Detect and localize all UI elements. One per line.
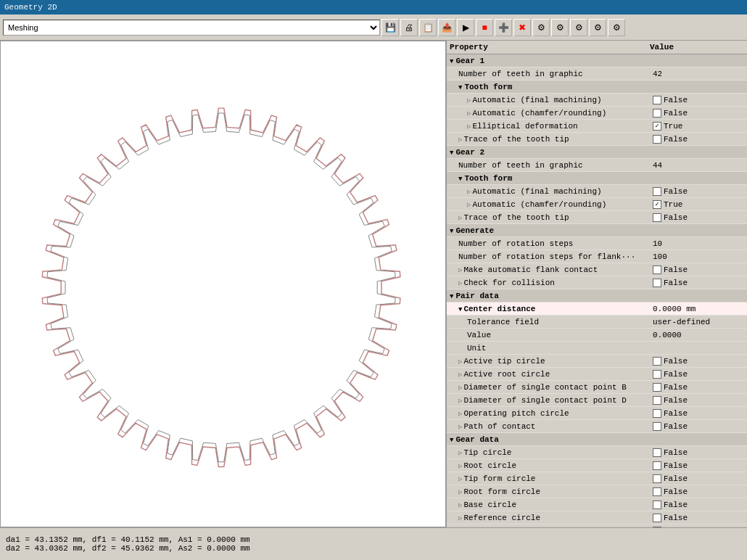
- expand-arrow: ▷: [458, 398, 462, 405]
- prop-value[interactable]: False: [653, 422, 747, 431]
- copy-button[interactable]: 📋: [419, 19, 437, 36]
- title-bar: Geometry 2D: [0, 0, 747, 15]
- status-line1: da1 = 43.1352 mm, df1 = 40.1152 mm, As1 …: [6, 535, 741, 544]
- prop-value[interactable]: False: [653, 383, 747, 392]
- prop-value[interactable]: False: [653, 461, 747, 470]
- checkbox-icon[interactable]: [653, 187, 661, 196]
- prop-row-diam_single_d: ▷Diameter of single contact point D Fals…: [447, 394, 747, 407]
- stop-button[interactable]: ■: [476, 19, 493, 36]
- run-button[interactable]: ▶: [457, 19, 474, 36]
- prop-row-gear1_auto_final: ▷Automatic (final machining) False: [447, 94, 747, 107]
- section-label: ▼Gear data: [447, 435, 653, 444]
- section-label: ▼Gear 1: [447, 57, 653, 65]
- checkbox-icon[interactable]: [653, 448, 661, 457]
- prop-label: ▷Automatic (chamfer/rounding): [447, 200, 653, 209]
- checkbox-icon[interactable]: [653, 213, 661, 222]
- prop-value[interactable]: False: [653, 474, 747, 483]
- tool5-button[interactable]: ⚙: [608, 19, 625, 36]
- prop-label: ▷Operating pitch circle: [447, 409, 653, 418]
- print-button[interactable]: 🖨: [400, 19, 418, 36]
- prop-value: 100: [653, 252, 747, 261]
- inner-gear-path: [47, 113, 395, 462]
- prop-label: ▷Root circle: [447, 461, 653, 470]
- checkbox-icon[interactable]: ✓: [653, 122, 661, 131]
- prop-row-tolerance: Tolerance fielduser-defined: [447, 316, 747, 329]
- checkbox-icon[interactable]: [653, 461, 661, 470]
- value-col-header: Value: [650, 43, 744, 52]
- prop-value[interactable]: False: [653, 265, 747, 274]
- checkbox-icon[interactable]: [653, 487, 661, 496]
- prop-value: 0.0000: [653, 331, 747, 339]
- prop-label: ▷Tip circle: [447, 448, 653, 457]
- prop-value[interactable]: False: [653, 96, 747, 104]
- prop-row-gear2_auto_final: ▷Automatic (final machining) False: [447, 185, 747, 198]
- prop-value: 10: [653, 239, 747, 248]
- prop-row-gear1_auto_chamfer: ▷Automatic (chamfer/rounding) False: [447, 107, 747, 120]
- checkbox-icon[interactable]: [653, 357, 661, 366]
- prop-value[interactable]: False: [653, 487, 747, 496]
- export-button[interactable]: 📤: [438, 19, 455, 36]
- prop-row-collision: ▷Check for collision False: [447, 276, 747, 289]
- checkbox-icon[interactable]: [653, 474, 661, 483]
- checkbox-icon[interactable]: [653, 279, 661, 287]
- tool3-button[interactable]: ⚙: [570, 19, 587, 36]
- prop-value: 44: [653, 161, 747, 170]
- prop-value[interactable]: ✓ True: [653, 200, 747, 209]
- prop-value[interactable]: ✓ True: [653, 527, 747, 528]
- prop-value[interactable]: False: [653, 109, 747, 118]
- checkbox-icon[interactable]: [653, 265, 661, 274]
- section-arrow: ▼: [450, 149, 453, 157]
- checkbox-icon[interactable]: [653, 422, 661, 431]
- prop-row-gear2_trace: ▷Trace of the tooth tip False: [447, 211, 747, 224]
- checkbox-icon[interactable]: [653, 370, 661, 379]
- expand-arrow: ▷: [458, 267, 462, 274]
- prop-value[interactable]: False: [653, 396, 747, 405]
- checkbox-icon[interactable]: [653, 396, 661, 405]
- save-button[interactable]: 💾: [381, 19, 399, 36]
- checkbox-icon[interactable]: [653, 109, 661, 118]
- checkbox-icon[interactable]: ✓: [653, 200, 661, 209]
- prop-value[interactable]: False: [653, 409, 747, 418]
- checkbox-icon[interactable]: ✓: [653, 527, 661, 528]
- checkbox-icon[interactable]: [653, 383, 661, 392]
- prop-value: user-defined: [653, 318, 747, 326]
- prop-row-inner_outer: Inner/outer diameter ✓ True: [447, 524, 747, 527]
- prop-value[interactable]: False: [653, 135, 747, 144]
- expand-arrow: ▷: [467, 123, 471, 131]
- tool2-button[interactable]: ⚙: [551, 19, 569, 36]
- section-arrow: ▼: [458, 176, 462, 183]
- prop-label: ▷Root form circle: [447, 487, 653, 496]
- expand-arrow: ▷: [458, 280, 462, 287]
- tool4-button[interactable]: ⚙: [589, 19, 606, 36]
- checkbox-icon[interactable]: [653, 409, 661, 418]
- expand-arrow: ▷: [458, 358, 462, 366]
- canvas-area: [0, 41, 446, 527]
- prop-value[interactable]: ✓ True: [653, 122, 747, 131]
- prop-header: Property Value: [447, 41, 747, 54]
- prop-value[interactable]: False: [653, 514, 747, 522]
- section-label: ▼Pair data: [447, 292, 653, 300]
- delete-button[interactable]: ✖: [513, 19, 531, 36]
- prop-row-gear1_header: ▼Gear 1: [447, 54, 747, 67]
- prop-value[interactable]: False: [653, 448, 747, 457]
- prop-value[interactable]: False: [653, 279, 747, 287]
- prop-label: ▷Diameter of single contact point D: [447, 396, 653, 405]
- prop-value[interactable]: False: [653, 213, 747, 222]
- checkbox-icon[interactable]: [653, 501, 661, 509]
- add-button[interactable]: ➕: [495, 19, 512, 36]
- checkbox-icon[interactable]: [653, 96, 661, 104]
- prop-label: ▷Active root circle: [447, 370, 653, 379]
- toolbar: Meshing 💾 🖨 📋 📤 ▶ ■ ➕ ✖ ⚙ ⚙ ⚙ ⚙ ⚙: [0, 15, 747, 41]
- expand-arrow: ▷: [458, 502, 462, 509]
- prop-value[interactable]: False: [653, 501, 747, 509]
- properties-panel: Property Value ▼Gear 1Number of teeth in…: [446, 41, 747, 527]
- prop-row-active_root: ▷Active root circle False: [447, 368, 747, 381]
- expand-arrow: ▷: [458, 384, 462, 392]
- view-combo[interactable]: Meshing: [3, 20, 380, 36]
- tool1-button[interactable]: ⚙: [532, 19, 550, 36]
- prop-value[interactable]: False: [653, 187, 747, 196]
- prop-value[interactable]: False: [653, 357, 747, 366]
- checkbox-icon[interactable]: [653, 514, 661, 522]
- prop-value[interactable]: False: [653, 370, 747, 379]
- checkbox-icon[interactable]: [653, 135, 661, 144]
